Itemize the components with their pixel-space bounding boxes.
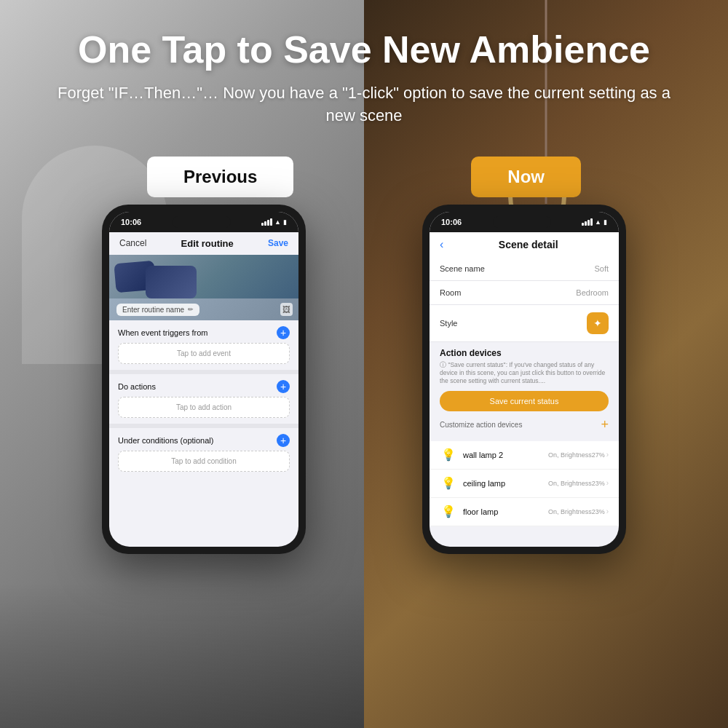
device-icon-2: 💡	[440, 503, 457, 521]
phone-left-time: 10:06	[121, 218, 141, 226]
scene-name-row: Scene name Soft	[430, 257, 619, 281]
style-icon[interactable]: ✦	[587, 312, 609, 334]
device-name-0: wall lamp 2	[463, 451, 548, 459]
do-actions-label: Do actions +	[118, 380, 290, 393]
phone-left-icons: ▲ ▮	[261, 218, 287, 226]
phone-right-time: 10:06	[441, 218, 462, 226]
device-name-1: ceiling lamp	[463, 479, 548, 488]
back-icon[interactable]: ‹	[440, 238, 443, 251]
battery-icon-r: ▮	[604, 218, 607, 226]
cancel-button[interactable]: Cancel	[119, 238, 146, 248]
when-section: When event triggers from + Tap to add ev…	[109, 320, 298, 370]
phone-right-icons: ▲ ▮	[582, 218, 607, 226]
content-overlay: One Tap to Save New Ambience Forget "IF……	[0, 0, 728, 728]
phone-right-statusbar: 10:06 ▲ ▮	[430, 212, 619, 232]
phones-row: 10:06 ▲ ▮ Cancel	[0, 197, 728, 554]
header-section: One Tap to Save New Ambience Forget "IF……	[0, 0, 728, 142]
save-button[interactable]: Save	[268, 238, 288, 248]
tap-add-action[interactable]: Tap to add action	[118, 397, 290, 418]
tap-add-condition[interactable]: Tap to add condition	[118, 451, 290, 472]
device-row-2[interactable]: 💡 floor lamp On, Brightness23% ›	[430, 498, 619, 526]
device-row-1[interactable]: 💡 ceiling lamp On, Brightness23% ›	[430, 470, 619, 498]
phone-right-screen: 10:06 ▲ ▮ ‹	[430, 212, 619, 547]
phone-left-statusbar: 10:06 ▲ ▮	[109, 212, 298, 232]
phone-right-header: ‹ Scene detail	[430, 232, 619, 257]
style-row: Style ✦	[430, 305, 619, 342]
style-label: Style	[440, 319, 457, 328]
device-status-0: On, Brightness27%	[548, 451, 605, 459]
conditions-section: Under conditions (optional) + Tap to add…	[109, 428, 298, 478]
wifi-icon-r: ▲	[595, 218, 601, 226]
device-chevron-2: ›	[606, 507, 609, 515]
signal-icon	[261, 218, 272, 226]
phone-left-screen: 10:06 ▲ ▮ Cancel	[109, 212, 298, 547]
scene-name-value: Soft	[594, 264, 609, 273]
phone-left-header: Cancel Edit routine Save	[109, 232, 298, 255]
image-icon: 🖼	[280, 303, 293, 316]
now-label[interactable]: Now	[471, 157, 581, 197]
phone-right-notch	[493, 216, 551, 228]
action-devices-title: Action devices	[440, 348, 609, 358]
device-status-2: On, Brightness23%	[548, 508, 605, 515]
scene-detail-title: Scene detail	[448, 239, 609, 250]
save-note: "Save current status": If you've changed…	[440, 361, 609, 385]
actions-plus-icon[interactable]: +	[277, 380, 290, 393]
customize-plus-icon[interactable]: +	[601, 417, 609, 432]
customize-row: Customize action devices +	[440, 417, 609, 432]
screen-title: Edit routine	[181, 238, 234, 249]
room-label: Room	[440, 288, 461, 297]
previous-label[interactable]: Previous	[147, 157, 293, 197]
labels-row: Previous Now	[0, 157, 728, 197]
phone-left-notch	[173, 216, 231, 228]
routine-image: Enter routine name ✏ 🖼	[109, 255, 298, 320]
name-input-row[interactable]: Enter routine name ✏	[116, 304, 199, 316]
device-icon-1: 💡	[440, 475, 457, 492]
device-icon-0: 💡	[440, 446, 457, 464]
device-name-2: floor lamp	[463, 507, 548, 516]
phone-left: 10:06 ▲ ▮ Cancel	[102, 205, 306, 554]
phone-right: 10:06 ▲ ▮ ‹	[422, 205, 626, 554]
conditions-label: Under conditions (optional) +	[118, 434, 290, 447]
device-status-1: On, Brightness23%	[548, 480, 605, 487]
tap-add-event[interactable]: Tap to add event	[118, 343, 290, 364]
device-row-0[interactable]: 💡 wall lamp 2 On, Brightness27% ›	[430, 441, 619, 470]
device-chevron-0: ›	[606, 451, 609, 459]
name-input-text: Enter routine name	[122, 306, 184, 314]
signal-icon-r	[582, 218, 593, 226]
conditions-plus-icon[interactable]: +	[277, 434, 290, 447]
wifi-icon: ▲	[274, 218, 281, 226]
name-input-overlay: Enter routine name ✏	[116, 304, 199, 316]
subtitle: Forget "IF…Then…"… Now you have a "1-cli…	[44, 82, 684, 127]
when-label: When event triggers from +	[118, 326, 290, 339]
when-plus-icon[interactable]: +	[277, 326, 290, 339]
scene-name-label: Scene name	[440, 264, 485, 273]
room-row: Room Bedroom	[430, 281, 619, 305]
do-actions-section: Do actions + Tap to add action	[109, 374, 298, 424]
main-title: One Tap to Save New Ambience	[44, 29, 684, 71]
customize-label: Customize action devices	[440, 421, 522, 429]
pillow-2	[146, 266, 197, 298]
save-status-button[interactable]: Save current status	[440, 391, 609, 411]
device-chevron-1: ›	[606, 479, 609, 487]
edit-icon: ✏	[188, 306, 194, 313]
room-value: Bedroom	[576, 288, 609, 297]
battery-icon: ▮	[283, 218, 287, 226]
action-devices-section: Action devices "Save current status": If…	[430, 342, 619, 441]
